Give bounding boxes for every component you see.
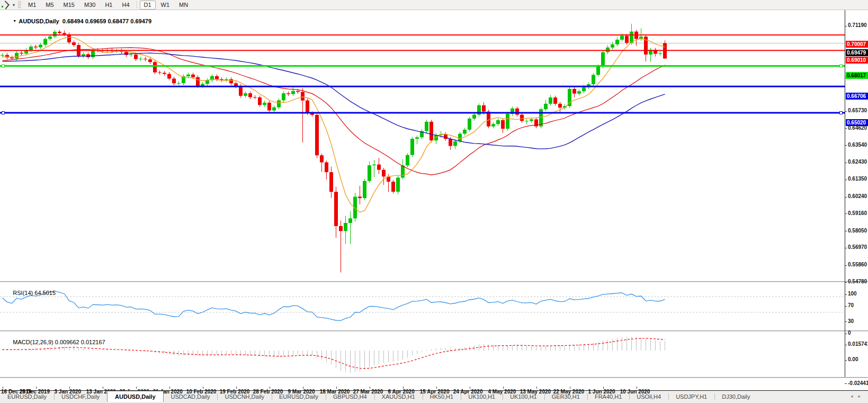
timeframe-button-d1[interactable]: D1	[140, 1, 156, 10]
date-tick-label: 9 Mar 2020	[288, 389, 315, 395]
rsi-axis-label: 100	[848, 291, 857, 297]
macd-values: 0.009662 0.012167	[55, 339, 105, 345]
symbol-caret-icon[interactable]: ▼	[13, 19, 16, 23]
price-tick-label: 0.55860	[848, 262, 867, 267]
price-tick-label: 0.56970	[848, 244, 867, 250]
hline-handle[interactable]	[840, 65, 843, 67]
price-label-0.68017: 0.68017	[846, 72, 868, 79]
price-tick-label: 0.65730	[848, 108, 867, 113]
cursor-dot-icon	[2, 6, 3, 7]
rsi-axis-label: 70	[848, 302, 854, 308]
price-label-0.70007: 0.70007	[846, 41, 868, 48]
macd-axis-label: -0.024412	[848, 380, 868, 386]
date-tick-label: 19 Feb 2020	[220, 389, 250, 395]
price-tick-mark	[845, 360, 847, 361]
date-tick-label: 25 Dec 2019	[20, 389, 50, 395]
timeframe-button-w1[interactable]: W1	[157, 1, 174, 10]
tab-scroll-left-icon[interactable]: ◂	[851, 393, 853, 399]
toolbar-separator	[137, 1, 137, 8]
date-tick-label: 22 May 2020	[553, 389, 584, 395]
macd-indicator-label: MACD(12,26,9) 0.009662 0.012167	[3, 333, 105, 352]
date-tick-label: 10 Jun 2020	[620, 389, 650, 395]
timeframe-button-m30[interactable]: M30	[80, 1, 100, 10]
timeframe-button-mn[interactable]: MN	[175, 1, 192, 10]
macd-axis-label: 0.00	[848, 356, 858, 362]
price-tick-mark	[845, 306, 847, 307]
price-tick-mark	[845, 334, 847, 334]
hline-handle[interactable]	[2, 112, 5, 114]
chart-tab-dj30-daily[interactable]: DJ30,Daily	[714, 391, 757, 402]
date-tick-label: 4 May 2020	[488, 389, 516, 395]
chart-symbol: AUDUSD,Daily	[19, 18, 59, 24]
timeframe-button-h1[interactable]: H1	[101, 1, 117, 10]
macd-axis-label: 0.015741	[848, 341, 868, 347]
price-tick-mark	[845, 163, 847, 163]
chevron-down-icon[interactable]: ▾	[13, 3, 15, 7]
chart-tab-audusd-daily[interactable]: AUDUSD,Daily	[107, 391, 163, 402]
cursor-tool-icon[interactable]	[0, 1, 12, 9]
price-tick-label: 0.61350	[848, 176, 867, 182]
price-tick-mark	[845, 111, 847, 112]
price-tick-mark	[845, 197, 847, 198]
rsi-axis-label: 0	[848, 330, 851, 336]
price-tick-mark	[845, 231, 847, 231]
chart-ohlc: 0.68494 0.69659 0.68477 0.69479	[62, 18, 151, 24]
date-tick-label: 24 Apr 2020	[453, 389, 483, 395]
price-label-0.65020: 0.65020	[846, 119, 868, 126]
price-tick-mark	[845, 282, 847, 283]
bid-price-label: 0.69479	[846, 49, 868, 56]
date-tick-label: 1 Jun 2020	[588, 389, 615, 395]
price-tick-mark	[845, 248, 847, 248]
timeframe-button-m15[interactable]: M15	[59, 1, 79, 10]
rsi-axis-label: 30	[848, 318, 854, 324]
toolbar-grip-icon[interactable]	[18, 1, 21, 8]
timeframe-toolbar: ▾ M1M5M15M30H1H4D1W1MN	[0, 0, 868, 10]
price-tick-mark	[845, 26, 847, 26]
cursor-glyph-icon	[2, 1, 9, 10]
price-tick-mark	[845, 128, 847, 129]
price-tick-mark	[845, 294, 847, 295]
price-tick-mark	[845, 145, 847, 146]
price-tick-label: 0.59160	[848, 210, 867, 216]
date-tick-label: 28 Feb 2020	[253, 389, 283, 395]
price-tick-mark	[845, 383, 847, 384]
chart-area[interactable]: ▼AUDUSD,Daily 0.68494 0.69659 0.68477 0.…	[0, 10, 868, 390]
price-tick-mark	[845, 345, 847, 345]
price-tick-mark	[845, 180, 847, 180]
date-tick-label: 27 Mar 2020	[353, 389, 383, 395]
timeframe-button-h4[interactable]: H4	[118, 1, 133, 10]
date-tick-label: 10 Feb 2020	[186, 389, 217, 395]
price-tick-label: 0.71190	[848, 22, 867, 28]
price-label-0.66706: 0.66706	[846, 93, 868, 100]
timeframe-button-m5[interactable]: M5	[41, 1, 58, 10]
date-tick-label: 13 May 2020	[520, 389, 551, 395]
chart-title: ▼AUDUSD,Daily 0.68494 0.69659 0.68477 0.…	[3, 12, 151, 31]
chart-tab-usdjpy-h1[interactable]: USDJPY,H1	[668, 391, 714, 402]
hline-handle[interactable]	[2, 65, 5, 67]
date-tick-label: 3 Jan 2020	[55, 389, 82, 395]
rsi-value: 64.5015	[34, 290, 56, 296]
price-tick-label: 0.63540	[848, 142, 867, 148]
date-tick-label: 15 Apr 2020	[420, 389, 450, 395]
date-tick-label: 6 Apr 2020	[388, 389, 415, 395]
hline-handle[interactable]	[840, 112, 843, 114]
rsi-indicator-label: RSI(14) 64.5015	[3, 283, 56, 302]
price-tick-label: 0.58050	[848, 228, 867, 234]
date-tick-label: 18 Mar 2020	[320, 389, 350, 395]
price-tick-label: 0.62430	[848, 159, 867, 165]
timeframe-button-m1[interactable]: M1	[24, 1, 40, 10]
trading-platform-window: ▾ M1M5M15M30H1H4D1W1MN ▼AUDUSD,Daily 0.6…	[0, 0, 868, 403]
price-label-0.69010: 0.69010	[846, 57, 868, 64]
price-tick-mark	[845, 265, 847, 266]
price-tick-mark	[845, 321, 847, 322]
timeframe-buttons: M1M5M15M30H1H4D1W1MN	[23, 1, 193, 10]
price-tick-mark	[845, 213, 847, 214]
chart-canvas	[0, 10, 868, 390]
price-tick-label: 0.54780	[848, 279, 867, 284]
tab-scroll-right-icon[interactable]: ▸	[858, 393, 861, 399]
price-tick-label: 0.60240	[848, 193, 867, 199]
tab-scrollers: ◂ ▸	[851, 391, 868, 399]
